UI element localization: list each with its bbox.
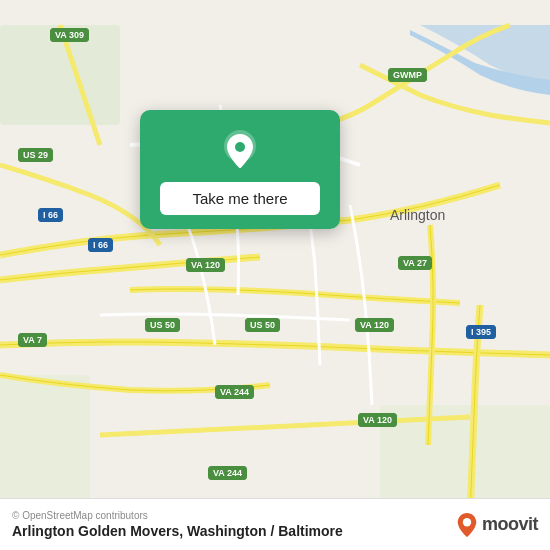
road-badge-i66a: I 66	[38, 208, 63, 222]
svg-point-6	[463, 518, 471, 526]
take-me-there-button[interactable]: Take me there	[160, 182, 320, 215]
moovit-logo: moovit	[456, 512, 538, 538]
road-badge-gwmp: GWMP	[388, 68, 427, 82]
svg-text:Arlington: Arlington	[390, 207, 445, 223]
road-badge-i66b: I 66	[88, 238, 113, 252]
moovit-brand-text: moovit	[482, 514, 538, 535]
road-badge-us50b: US 50	[245, 318, 280, 332]
map-roads: Arlington	[0, 0, 550, 550]
road-badge-va27: VA 27	[398, 256, 432, 270]
bottom-bar: © OpenStreetMap contributors Arlington G…	[0, 498, 550, 550]
location-card: Take me there	[140, 110, 340, 229]
road-badge-i395: I 395	[466, 325, 496, 339]
copyright-text: © OpenStreetMap contributors	[12, 510, 343, 521]
road-badge-va7: VA 7	[18, 333, 47, 347]
road-badge-va244: VA 244	[215, 385, 254, 399]
location-pin-icon	[218, 128, 262, 172]
moovit-pin-icon	[456, 512, 478, 538]
svg-point-5	[235, 142, 245, 152]
road-badge-us50a: US 50	[145, 318, 180, 332]
location-title: Arlington Golden Movers, Washington / Ba…	[12, 523, 343, 539]
road-badge-va242: VA 244	[208, 466, 247, 480]
bottom-left-info: © OpenStreetMap contributors Arlington G…	[12, 510, 343, 539]
road-badge-va120a: VA 120	[186, 258, 225, 272]
road-badge-va120b: VA 120	[355, 318, 394, 332]
map-container: Arlington VA 309 US 29 VA 130 I 66 I 66 …	[0, 0, 550, 550]
road-badge-us29: US 29	[18, 148, 53, 162]
road-badge-va120c: VA 120	[358, 413, 397, 427]
road-badge-va309: VA 309	[50, 28, 89, 42]
